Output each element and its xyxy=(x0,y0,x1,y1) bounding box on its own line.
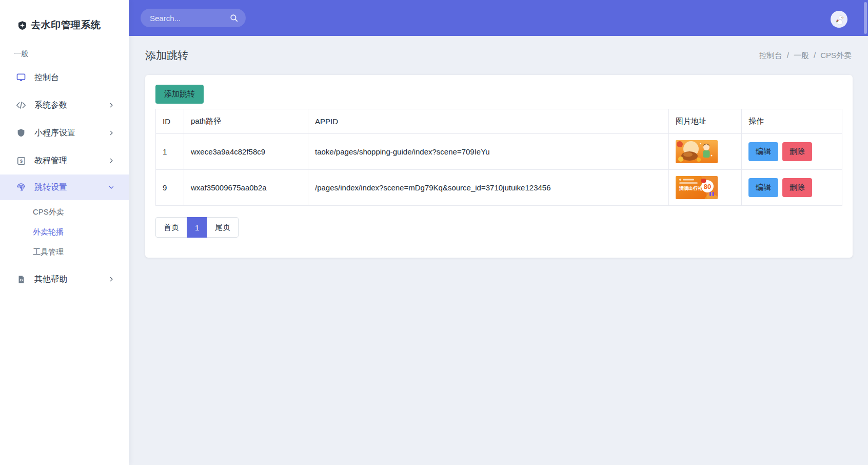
app-logo-icon xyxy=(17,21,27,30)
cell-actions: 编辑删除 xyxy=(742,134,842,170)
main-content: 添加跳转 控制台 / 一般 / CPS外卖 添加跳转 ID path路径 xyxy=(129,36,868,258)
breadcrumb-item-console[interactable]: 控制台 xyxy=(759,51,782,61)
chevron-down-icon xyxy=(108,184,114,190)
sidebar-item-miniprogram-settings[interactable]: 小程序设置 xyxy=(0,119,129,147)
desktop-icon xyxy=(15,72,27,83)
cell-image: 满满出行礼包 80 xyxy=(669,170,742,206)
sidebar-item-console[interactable]: 控制台 xyxy=(0,64,129,91)
top-bar xyxy=(129,0,868,36)
sidebar: 去水印管理系统 一般 控制台 系统参数 xyxy=(0,0,129,465)
breadcrumb-separator: / xyxy=(814,51,816,61)
edit-button[interactable]: 编辑 xyxy=(748,142,778,161)
cell-appid: taoke/pages/shopping-guide/index?scene=7… xyxy=(308,134,669,170)
sidebar-item-label: 跳转设置 xyxy=(34,182,108,193)
content-card: 添加跳转 ID path路径 APPID 图片地址 操作 1 xyxy=(145,75,853,258)
sidebar-section-label: 一般 xyxy=(14,49,129,59)
table-row: 9 wxaf35009675aa0b2a /pages/index/index?… xyxy=(156,170,842,206)
delete-button[interactable]: 删除 xyxy=(782,178,812,197)
cell-appid: /pages/index/index?scene=mDg79Kq&source_… xyxy=(308,170,669,206)
sidebar-submenu-jump-settings: CPS外卖 外卖轮播 工具管理 xyxy=(0,200,129,265)
column-header-image: 图片地址 xyxy=(669,109,742,134)
app-window: 去水印管理系统 一般 控制台 系统参数 xyxy=(0,0,868,465)
sidebar-nav: 控制台 系统参数 小程序设置 xyxy=(0,64,129,293)
cell-path: wxece3a9a4c82f58c9 xyxy=(184,134,308,170)
app-title: 去水印管理系统 xyxy=(31,18,101,32)
add-jump-button[interactable]: 添加跳转 xyxy=(155,85,204,104)
sidebar-item-label: 小程序设置 xyxy=(34,128,108,139)
chevron-right-icon xyxy=(108,102,114,108)
shield-icon xyxy=(15,128,27,138)
cell-image xyxy=(669,134,742,170)
cell-id: 9 xyxy=(156,170,184,206)
sidebar-item-other-help[interactable]: 其他帮助 xyxy=(0,265,129,293)
breadcrumb-item-current: CPS外卖 xyxy=(820,51,852,61)
sidebar-subitem-tool-management[interactable]: 工具管理 xyxy=(0,242,129,262)
chevron-right-icon xyxy=(108,276,114,282)
sidebar-item-label: 控制台 xyxy=(34,72,114,83)
sidebar-item-system-params[interactable]: 系统参数 xyxy=(0,91,129,119)
food-festival-banner-thumbnail xyxy=(676,140,718,163)
sidebar-item-tutorial-management[interactable]: $ 教程管理 xyxy=(0,147,129,175)
breadcrumb-item-general[interactable]: 一般 xyxy=(794,51,809,61)
chevron-right-icon xyxy=(108,130,114,136)
scrollbar-thumb[interactable] xyxy=(864,2,867,34)
chevron-right-icon xyxy=(108,158,114,164)
search-box[interactable] xyxy=(141,9,246,27)
edit-button[interactable]: 编辑 xyxy=(748,178,778,197)
column-header-appid: APPID xyxy=(308,109,669,134)
search-input[interactable] xyxy=(150,14,229,23)
cell-path: wxaf35009675aa0b2a xyxy=(184,170,308,206)
column-header-path: path路径 xyxy=(184,109,308,134)
pagination-first-button[interactable]: 首页 xyxy=(155,217,187,238)
dollar-square-icon: $ xyxy=(15,156,27,166)
sidebar-item-label: 教程管理 xyxy=(34,156,108,166)
search-icon[interactable] xyxy=(229,13,239,23)
table-header-row: ID path路径 APPID 图片地址 操作 xyxy=(156,109,842,134)
sidebar-item-label: 系统参数 xyxy=(34,100,108,111)
page-title: 添加跳转 xyxy=(145,48,188,63)
code-icon xyxy=(15,100,27,110)
app-logo[interactable]: 去水印管理系统 xyxy=(0,0,129,32)
cell-actions: 编辑删除 xyxy=(742,170,842,206)
pagination: 首页 1 尾页 xyxy=(155,217,239,238)
pagination-current-page[interactable]: 1 xyxy=(187,217,207,238)
cell-id: 1 xyxy=(156,134,184,170)
delete-button[interactable]: 删除 xyxy=(782,142,812,161)
travel-gift-banner-thumbnail: 满满出行礼包 80 xyxy=(676,176,718,199)
file-code-icon xyxy=(15,275,27,284)
svg-text:$: $ xyxy=(19,158,23,164)
column-header-actions: 操作 xyxy=(742,109,842,134)
sidebar-item-label: 其他帮助 xyxy=(34,274,108,285)
sidebar-subitem-cps-takeout[interactable]: CPS外卖 xyxy=(0,202,129,222)
breadcrumb-separator: / xyxy=(787,51,789,61)
table-row: 1 wxece3a9a4c82f58c9 taoke/pages/shoppin… xyxy=(156,134,842,170)
banner-badge: 80 xyxy=(704,183,711,190)
page-header: 添加跳转 控制台 / 一般 / CPS外卖 xyxy=(129,36,868,75)
breadcrumb: 控制台 / 一般 / CPS外卖 xyxy=(759,51,852,61)
sidebar-subitem-takeout-carousel[interactable]: 外卖轮播 xyxy=(0,222,129,242)
jumps-table: ID path路径 APPID 图片地址 操作 1 wxece3a9a4c82f… xyxy=(155,109,842,206)
column-header-id: ID xyxy=(156,109,184,134)
sidebar-item-jump-settings[interactable]: 跳转设置 xyxy=(0,175,129,200)
fingerprint-icon xyxy=(15,182,27,192)
pagination-last-button[interactable]: 尾页 xyxy=(207,217,239,238)
avatar[interactable] xyxy=(831,11,847,28)
